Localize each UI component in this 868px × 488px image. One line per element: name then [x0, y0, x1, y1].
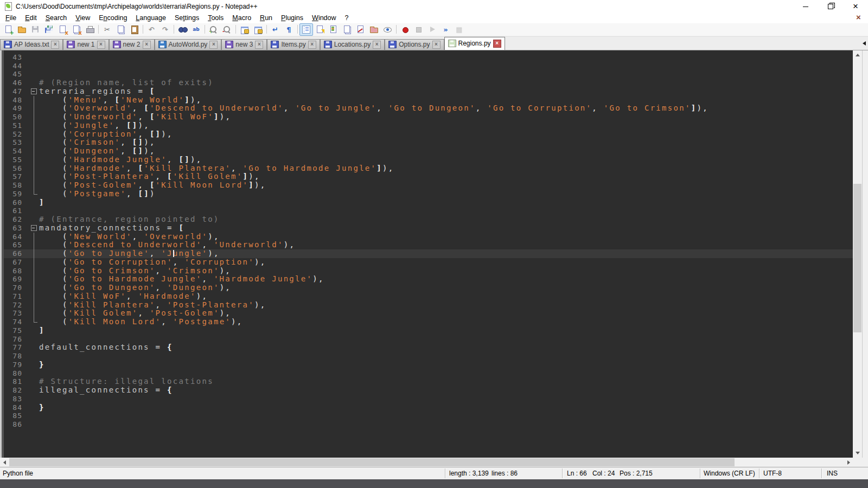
- code-line-78[interactable]: 78: [4, 352, 853, 361]
- tab-close-icon[interactable]: [493, 40, 501, 48]
- redo-button[interactable]: ↷: [158, 23, 172, 36]
- paste-button[interactable]: [127, 23, 141, 36]
- word-wrap-button[interactable]: ↵: [269, 23, 282, 36]
- code-line-82[interactable]: 82illegal_connections = {: [4, 386, 853, 395]
- menu-view[interactable]: View: [71, 14, 94, 22]
- code-line-55[interactable]: 55 ('Hardmode Jungle', []),: [4, 156, 853, 164]
- user-defined-language-button[interactable]: [354, 23, 367, 36]
- restore-button[interactable]: [818, 0, 843, 13]
- copy-button[interactable]: [114, 23, 127, 36]
- menu-file[interactable]: File: [1, 14, 21, 22]
- tab-new-1[interactable]: new 1: [63, 39, 108, 50]
- close-all-button[interactable]: x: [69, 23, 83, 36]
- code-line-49[interactable]: 49 ('Overworld', ['Descend to Underworld…: [4, 104, 853, 113]
- status-insert-mode[interactable]: INS: [827, 470, 838, 477]
- code-line-86[interactable]: 86: [4, 420, 853, 429]
- tab-locations-py[interactable]: Locations.py: [320, 39, 385, 50]
- code-line-69[interactable]: 69 ('Go to Hardmode Jungle', 'Hardmode J…: [4, 275, 853, 284]
- code-line-73[interactable]: 73 ('Kill Golem', 'Post-Golem'),: [4, 309, 853, 318]
- tab-close-icon[interactable]: [255, 41, 263, 49]
- menu-plugins[interactable]: Plugins: [277, 14, 308, 22]
- print-button[interactable]: [83, 23, 97, 36]
- code-line-74[interactable]: 74 ('Kill Moon Lord', 'Postgame'),: [4, 318, 853, 326]
- vertical-scrollbar[interactable]: [853, 50, 862, 458]
- macro-stop-button[interactable]: [412, 23, 425, 36]
- code-line-56[interactable]: 56 ('Hardmode', ['Kill Plantera', 'Go to…: [4, 164, 853, 173]
- document-switcher-button[interactable]: [340, 23, 354, 36]
- macro-save-button[interactable]: ▦: [452, 23, 466, 36]
- macro-record-button[interactable]: [398, 23, 412, 36]
- tab-close-icon[interactable]: [97, 41, 105, 49]
- close-button[interactable]: [843, 0, 868, 13]
- vertical-scrollbar-thumb[interactable]: [853, 184, 861, 332]
- zoom-in-button[interactable]: +: [207, 23, 220, 36]
- menu-tools[interactable]: Tools: [203, 14, 228, 22]
- tab-new-2[interactable]: new 2: [109, 39, 155, 50]
- minimize-button[interactable]: [793, 0, 818, 13]
- code-line-50[interactable]: 50 ('Underworld', ['Kill WoF']),: [4, 113, 853, 121]
- macro-run-multiple-button[interactable]: »: [439, 23, 452, 36]
- tab-close-icon[interactable]: [308, 41, 316, 49]
- code-line-54[interactable]: 54 ('Dungeon', []),: [4, 147, 853, 156]
- tab-close-icon[interactable]: [209, 41, 218, 49]
- tab-close-icon[interactable]: [432, 41, 441, 49]
- code-line-85[interactable]: 85: [4, 412, 853, 420]
- zoom-out-button[interactable]: -: [220, 23, 234, 36]
- code-line-65[interactable]: 65 ('Descend to Underworld', 'Underworld…: [4, 241, 853, 249]
- tab-close-icon[interactable]: [51, 41, 59, 49]
- fold-collapse-marker[interactable]: [22, 87, 37, 96]
- tab-close-icon[interactable]: [143, 41, 151, 49]
- code-line-61[interactable]: 61: [4, 207, 853, 215]
- new-file-button[interactable]: +: [2, 23, 15, 36]
- code-line-43[interactable]: 43: [4, 53, 853, 62]
- scroll-right-arrow[interactable]: [844, 458, 853, 467]
- code-line-60[interactable]: 60]: [4, 198, 853, 207]
- undo-button[interactable]: ↶: [145, 23, 158, 36]
- find-button[interactable]: [176, 23, 189, 36]
- menu-search[interactable]: Search: [41, 14, 72, 22]
- status-encoding[interactable]: UTF-8: [763, 470, 782, 477]
- code-line-59[interactable]: 59 ('Postgame', []): [4, 190, 853, 198]
- tab-ap-ideas-txt[interactable]: AP Ideas.txt: [0, 39, 63, 50]
- code-line-58[interactable]: 58 ('Post-Golem', ['Kill Moon Lord']),: [4, 181, 853, 190]
- code-line-75[interactable]: 75]: [4, 326, 853, 335]
- menu-edit[interactable]: Edit: [21, 14, 41, 22]
- code-line-84[interactable]: 84}: [4, 403, 853, 412]
- code-line-67[interactable]: 67 ('Go to Corruption', 'Corruption'),: [4, 258, 853, 267]
- horizontal-scrollbar-thumb[interactable]: [9, 458, 735, 466]
- code-line-68[interactable]: 68 ('Go to Crimson', 'Crimson'),: [4, 267, 853, 275]
- menu-encoding[interactable]: Encoding: [94, 14, 131, 22]
- code-area[interactable]: 43444546# (Region name, list of exits)47…: [4, 50, 853, 458]
- code-line-71[interactable]: 71 ('Kill WoF', 'Hardmode'),: [4, 292, 853, 301]
- code-line-79[interactable]: 79}: [4, 361, 853, 369]
- code-line-72[interactable]: 72 ('Kill Plantera', 'Post-Plantera'),: [4, 301, 853, 310]
- code-line-44[interactable]: 44: [4, 62, 853, 70]
- menu-macro[interactable]: Macro: [228, 14, 256, 22]
- open-file-button[interactable]: [15, 23, 29, 36]
- save-button[interactable]: [29, 23, 42, 36]
- status-eol-format[interactable]: Windows (CR LF): [704, 470, 755, 477]
- folder-as-workspace-button[interactable]: [367, 23, 381, 36]
- code-line-52[interactable]: 52 ('Corruption', []),: [4, 130, 853, 139]
- tab-regions-py[interactable]: Regions.py: [444, 37, 505, 50]
- menu-settings[interactable]: Settings: [170, 14, 203, 22]
- code-line-70[interactable]: 70 ('Go to Dungeon', 'Dungeon'),: [4, 284, 853, 292]
- horizontal-scrollbar[interactable]: [0, 458, 868, 467]
- indent-guide-button[interactable]: [299, 23, 313, 36]
- code-line-66[interactable]: 66 ('Go to Jungle', 'Jungle'),: [4, 249, 853, 258]
- code-line-62[interactable]: 62# (Entrance, region pointed to): [4, 215, 853, 224]
- document-map-button[interactable]: [327, 23, 340, 36]
- sync-horizontal-scroll-button[interactable]: [251, 23, 265, 36]
- tab-list-arrow-icon[interactable]: [863, 41, 866, 46]
- sync-vertical-scroll-button[interactable]: [238, 23, 251, 36]
- code-line-47[interactable]: 47terraria_regions = [: [4, 87, 853, 96]
- replace-button[interactable]: ab: [189, 23, 203, 36]
- code-line-64[interactable]: 64 ('New World', 'Overworld'),: [4, 233, 853, 241]
- code-line-83[interactable]: 83: [4, 395, 853, 403]
- code-line-57[interactable]: 57 ('Post-Plantera', ['Kill Golem']),: [4, 172, 853, 181]
- tab-autoworld-py[interactable]: AutoWorld.py: [155, 39, 222, 50]
- code-line-76[interactable]: 76: [4, 335, 853, 344]
- scroll-left-arrow[interactable]: [0, 458, 9, 467]
- code-line-53[interactable]: 53 ('Crimson', []),: [4, 138, 853, 147]
- monitoring-button[interactable]: [381, 23, 394, 36]
